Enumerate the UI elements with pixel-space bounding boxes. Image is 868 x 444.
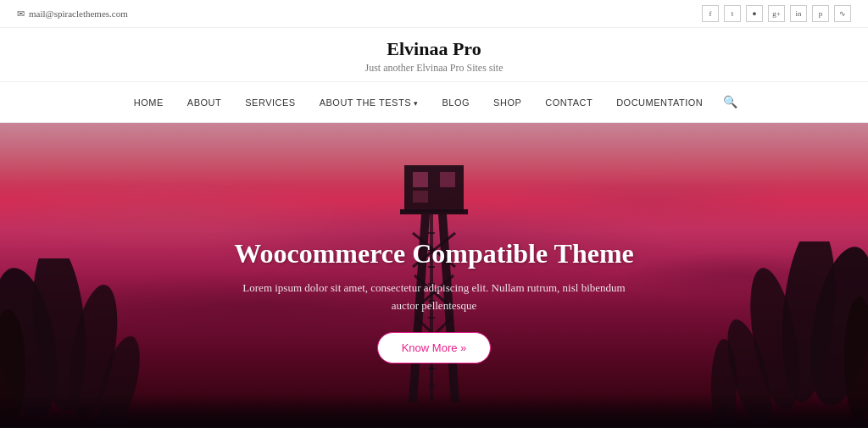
nav-blog[interactable]: BLOG (431, 93, 482, 112)
pinterest-icon[interactable]: p (812, 5, 829, 22)
nav-contact[interactable]: CONTACT (533, 93, 604, 112)
nav-documentation[interactable]: DOCUMENTATION (604, 93, 715, 112)
nav-home[interactable]: HOME (122, 93, 175, 112)
main-navigation: HOME ABOUT SERVICES ABOUT THE TESTS BLOG… (0, 82, 868, 123)
hero-title: Woocommerce Compatible Theme (231, 238, 637, 269)
email-address: mail@spiraclethemes.com (29, 8, 128, 19)
svg-rect-2 (440, 172, 455, 187)
svg-rect-4 (400, 209, 468, 214)
site-tagline: Just another Elvinaa Pro Sites site (17, 62, 851, 75)
nav-about[interactable]: ABOUT (175, 93, 233, 112)
twitter-icon[interactable]: t (724, 5, 741, 22)
google-plus-icon[interactable]: g+ (768, 5, 785, 22)
email-icon: ✉ (17, 8, 25, 19)
social-icons-group: f t ● g+ in p ∿ (702, 5, 851, 22)
nav-about-tests[interactable]: ABOUT THE TESTS (308, 93, 431, 112)
hero-ground (0, 394, 868, 428)
instagram-icon[interactable]: ● (746, 5, 763, 22)
facebook-icon[interactable]: f (702, 5, 719, 22)
top-bar: ✉ mail@spiraclethemes.com f t ● g+ in p … (0, 0, 868, 28)
nav-shop[interactable]: SHOP (481, 93, 533, 112)
site-title: Elvinaa Pro (17, 38, 851, 60)
hero-content: Woocommerce Compatible Theme Lorem ipsum… (214, 221, 654, 380)
hero-section: Woocommerce Compatible Theme Lorem ipsum… (0, 123, 868, 428)
search-icon[interactable]: 🔍 (715, 91, 746, 114)
hero-subtitle: Lorem ipsum dolor sit amet, consectetur … (231, 280, 637, 315)
nav-services[interactable]: SERVICES (233, 93, 307, 112)
linkedin-icon[interactable]: in (790, 5, 807, 22)
rss-icon[interactable]: ∿ (834, 5, 851, 22)
svg-rect-1 (413, 172, 428, 187)
know-more-button[interactable]: Know More » (377, 332, 492, 364)
site-header: Elvinaa Pro Just another Elvinaa Pro Sit… (0, 28, 868, 82)
email-section: ✉ mail@spiraclethemes.com (17, 8, 128, 19)
svg-rect-3 (413, 191, 428, 203)
